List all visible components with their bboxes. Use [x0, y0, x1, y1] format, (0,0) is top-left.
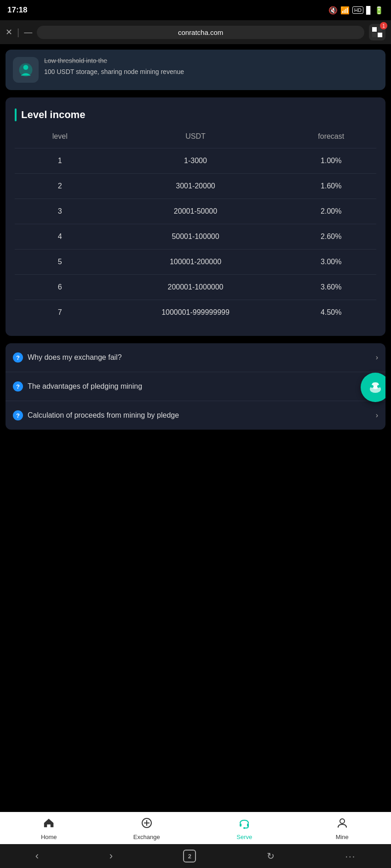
level-table-header: level USDT forecast [15, 132, 376, 141]
hd-icon: HD [352, 6, 363, 14]
col-header-level: level [15, 132, 105, 141]
row-level: 1 [15, 157, 105, 165]
nav-label-mine: Mine [336, 834, 349, 840]
row-usdt: 3001-20000 [105, 182, 286, 190]
row-usdt: 20001-50000 [105, 207, 286, 216]
faq-card: ? Why does my exchange fail? › ? The adv… [6, 343, 385, 430]
faq-item-text: Calculation of proceeds from mining by p… [28, 411, 376, 420]
level-income-card: Level income level USDT forecast 1 1-300… [6, 97, 385, 336]
forward-button[interactable]: › [109, 850, 113, 862]
row-usdt: 1000001-999999999 [105, 308, 286, 317]
home-icon [43, 817, 55, 832]
chevron-right-icon: › [376, 411, 378, 420]
mute-icon: 🔇 [328, 6, 338, 15]
back-button[interactable]: ‹ [35, 850, 39, 862]
row-level: 4 [15, 233, 105, 241]
level-table-row: 6 200001-1000000 3.60% [15, 274, 376, 300]
banner-title: Low threshold into the [44, 57, 378, 64]
exchange-icon [141, 817, 153, 832]
svg-rect-10 [247, 823, 249, 827]
row-forecast: 2.60% [286, 233, 377, 241]
level-table-row: 7 1000001-999999999 4.50% [15, 300, 376, 325]
extensions-button[interactable]: 1 [369, 24, 385, 40]
level-income-title: Level income [21, 109, 85, 121]
row-forecast: 4.50% [286, 308, 377, 317]
close-button[interactable]: ✕ [6, 27, 12, 37]
level-table-body: 1 1-3000 1.00% 2 3001-20000 1.60% 3 2000… [15, 148, 376, 325]
faq-list: ? Why does my exchange fail? › ? The adv… [6, 343, 385, 430]
svg-point-11 [243, 827, 245, 829]
level-table-row: 5 100001-200000 3.00% [15, 249, 376, 274]
row-forecast: 3.00% [286, 258, 377, 266]
more-button[interactable]: ··· [345, 851, 356, 862]
svg-point-12 [340, 819, 345, 823]
banner-logo [13, 57, 39, 83]
accent-bar [15, 108, 17, 121]
faq-question-icon: ? [13, 352, 23, 363]
faq-question-icon: ? [13, 381, 23, 391]
browser-bottom-bar: ‹ › 2 ↻ ··· [0, 844, 391, 868]
status-icons: 🔇 📶 HD ▊ 🔋 [328, 6, 384, 15]
svg-point-1 [23, 65, 29, 70]
level-table-row: 1 1-3000 1.00% [15, 148, 376, 173]
row-forecast: 1.60% [286, 182, 377, 190]
scroll-area: Low threshold into the 100 USDT storage,… [6, 44, 385, 492]
url-bar[interactable]: conratcha.com [37, 26, 364, 39]
serve-icon [238, 817, 250, 832]
nav-item-mine[interactable]: Mine [324, 817, 361, 840]
headset-icon [366, 378, 385, 397]
level-table: level USDT forecast 1 1-3000 1.00% 2 300… [15, 132, 376, 325]
banner-description: 100 USDT storage, sharing node mining re… [44, 67, 378, 77]
nav-item-exchange[interactable]: Exchange [128, 817, 165, 840]
col-header-usdt: USDT [105, 132, 286, 141]
brand-logo-icon [17, 62, 34, 78]
level-table-row: 4 50001-100000 2.60% [15, 224, 376, 249]
level-table-row: 3 20001-50000 2.00% [15, 199, 376, 224]
tab-count-button[interactable]: 2 [183, 850, 196, 862]
col-header-forecast: forecast [286, 132, 377, 141]
wifi-icon: 📶 [340, 6, 350, 15]
top-banner: Low threshold into the 100 USDT storage,… [6, 50, 385, 90]
browser-bar: ✕ | — conratcha.com 1 [0, 20, 391, 44]
browser-controls[interactable]: ✕ | — [6, 27, 32, 38]
nav-item-home[interactable]: Home [30, 817, 67, 840]
row-usdt: 100001-200000 [105, 258, 286, 266]
faq-item-2[interactable]: ? The advantages of pledging mining › [6, 372, 385, 401]
row-usdt: 200001-1000000 [105, 283, 286, 291]
svg-rect-9 [240, 823, 242, 827]
row-level: 7 [15, 308, 105, 317]
row-forecast: 1.00% [286, 157, 377, 165]
faq-item-1[interactable]: ? Why does my exchange fail? › [6, 343, 385, 372]
faq-item-text: The advantages of pledging mining [28, 382, 376, 391]
divider: | [17, 27, 19, 38]
level-income-header: Level income [15, 108, 376, 121]
battery-icon: 🔋 [374, 6, 384, 15]
faq-question-icon: ? [13, 410, 23, 420]
main-content: Low threshold into the 100 USDT storage,… [0, 44, 391, 492]
nav-label-home: Home [41, 834, 57, 840]
faq-item-3[interactable]: ? Calculation of proceeds from mining by… [6, 401, 385, 430]
row-level: 3 [15, 207, 105, 216]
row-forecast: 3.60% [286, 283, 377, 291]
row-forecast: 2.00% [286, 207, 377, 216]
extension-badge: 1 [380, 22, 387, 29]
row-usdt: 1-3000 [105, 157, 286, 165]
nav-label-exchange: Exchange [133, 834, 160, 840]
status-time: 17:18 [7, 6, 27, 15]
row-level: 2 [15, 182, 105, 190]
mine-icon [336, 817, 348, 832]
minimize-button[interactable]: — [24, 28, 32, 37]
bottom-nav: Home Exchange Serve [0, 812, 391, 844]
chevron-right-icon: › [376, 353, 378, 362]
row-usdt: 50001-100000 [105, 233, 286, 241]
banner-text-area: Low threshold into the 100 USDT storage,… [44, 57, 378, 77]
nav-item-serve[interactable]: Serve [226, 817, 263, 840]
row-level: 5 [15, 258, 105, 266]
refresh-button[interactable]: ↻ [267, 851, 275, 862]
row-level: 6 [15, 283, 105, 291]
status-bar: 17:18 🔇 📶 HD ▊ 🔋 [0, 0, 391, 20]
signal-icon: ▊ [366, 6, 372, 15]
faq-item-text: Why does my exchange fail? [28, 353, 376, 362]
checker-icon [372, 27, 382, 37]
level-table-row: 2 3001-20000 1.60% [15, 173, 376, 199]
